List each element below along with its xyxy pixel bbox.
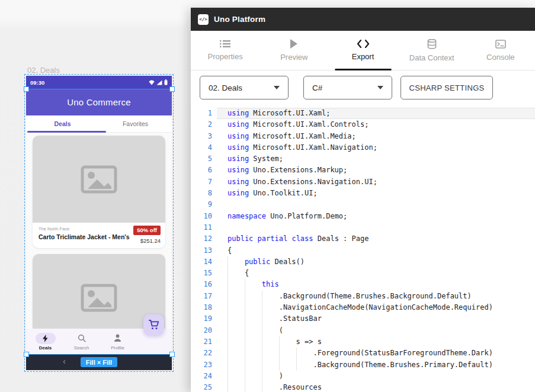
line-number: 23 xyxy=(191,359,217,371)
line-number: 7 xyxy=(191,176,217,188)
discount-badge: 50% off xyxy=(133,226,161,235)
code-line: 5using System; xyxy=(191,153,535,165)
code-text: using Microsoft.UI.Xaml.Media; xyxy=(217,131,535,142)
nav-label: Search xyxy=(74,345,89,351)
code-text: .StatusBar xyxy=(217,313,535,324)
status-time: 09:30 xyxy=(30,79,44,86)
nav-item-deals[interactable]: Deals xyxy=(27,333,63,351)
code-text: namespace Uno.Platform.Demo; xyxy=(217,211,535,222)
line-number: 6 xyxy=(191,165,217,176)
tab-data-context[interactable]: Data Context xyxy=(398,31,466,70)
line-number: 16 xyxy=(191,279,217,290)
artboard-label[interactable]: 02. Deals xyxy=(27,66,60,75)
code-text: { xyxy=(217,268,535,279)
code-line: 4using Microsoft.UI.Xaml.Navigation; xyxy=(191,142,535,153)
line-number: 10 xyxy=(191,211,217,222)
line-number: 24 xyxy=(191,371,217,382)
code-text: using Microsoft.UI.Xaml; xyxy=(217,108,535,119)
code-editor[interactable]: 1using Microsoft.UI.Xaml;2using Microsof… xyxy=(191,107,535,392)
line-number: 8 xyxy=(191,188,217,199)
phone-artboard[interactable]: 09:30 Uno Commerce Deals Favorites The N… xyxy=(26,76,172,370)
line-number: 21 xyxy=(191,336,217,348)
code-text: using Uno.Extensions.Markup; xyxy=(217,165,535,176)
page-select-value: 02. Deals xyxy=(209,83,242,92)
code-text: this xyxy=(217,279,535,290)
image-placeholder-icon xyxy=(81,165,117,194)
play-icon xyxy=(290,39,298,49)
phone-content: The North Face Carto Triclimate Jacket -… xyxy=(26,133,172,329)
tab-preview[interactable]: Preview xyxy=(260,31,328,70)
line-number: 25 xyxy=(191,382,217,392)
line-number: 15 xyxy=(191,268,217,279)
code-line: 6using Uno.Extensions.Markup; xyxy=(191,165,535,176)
tab-label: Properties xyxy=(207,52,242,61)
tab-console[interactable]: Console xyxy=(466,31,535,70)
code-text xyxy=(217,222,535,233)
code-line: 2using Microsoft.UI.Xaml.Controls; xyxy=(191,119,535,130)
nav-label: Deals xyxy=(39,345,52,351)
cart-icon xyxy=(149,320,159,330)
code-line: 10namespace Uno.Platform.Demo; xyxy=(191,211,535,222)
code-text xyxy=(217,199,535,210)
status-icons xyxy=(149,79,168,85)
back-chevron-icon[interactable]: ‹ xyxy=(63,356,66,365)
wifi-icon xyxy=(149,80,155,85)
panel-header: </> Uno Platform xyxy=(191,8,535,31)
designer-bottom-bar: ‹ Fill × Fill xyxy=(26,354,172,370)
nav-item-search[interactable]: Search xyxy=(63,333,100,351)
line-number: 3 xyxy=(191,131,217,142)
language-select-dropdown[interactable]: C# xyxy=(303,76,392,99)
tab-deals[interactable]: Deals xyxy=(26,115,99,132)
csharp-settings-button[interactable]: CSHARP SETTINGS xyxy=(401,76,493,99)
line-number: 1 xyxy=(191,108,217,119)
cart-fab-button[interactable] xyxy=(143,314,164,335)
tool-panel: </> Uno Platform Properties Preview Expo… xyxy=(191,8,535,392)
line-number: 17 xyxy=(191,291,217,302)
code-text: .Foreground(StatusBarForegroundTheme.Dar… xyxy=(217,348,535,359)
line-number: 18 xyxy=(191,302,217,313)
code-line: 14public Deals() xyxy=(191,256,535,268)
nav-label: Profile xyxy=(111,345,124,351)
code-line: 17.Background(Theme.Brushes.Background.D… xyxy=(191,291,535,302)
code-text: public Deals() xyxy=(217,256,535,268)
code-line: 7using Uno.Extensions.Navigation.UI; xyxy=(191,176,535,188)
selection-handle-top-right[interactable] xyxy=(169,86,175,92)
tab-label: Export xyxy=(352,52,374,61)
selection-handle-bottom-left[interactable] xyxy=(24,352,29,357)
nav-item-profile[interactable]: Profile xyxy=(100,333,136,351)
page-select-dropdown[interactable]: 02. Deals xyxy=(200,76,289,99)
code-line: 13{ xyxy=(191,245,535,256)
database-icon xyxy=(427,39,437,49)
export-controls: 02. Deals C# CSHARP SETTINGS xyxy=(191,70,535,107)
battery-icon xyxy=(164,79,168,85)
code-line: 15{ xyxy=(191,268,535,279)
code-text: ( xyxy=(217,325,535,336)
code-text: .NavigationCacheMode(NavigationCacheMode… xyxy=(217,302,535,313)
line-number: 5 xyxy=(191,153,217,165)
search-icon xyxy=(78,334,86,342)
code-icon xyxy=(357,40,370,48)
language-select-value: C# xyxy=(312,83,322,92)
chevron-down-icon xyxy=(377,86,383,89)
code-line: 21s => s xyxy=(191,336,535,348)
product-card[interactable]: The North Face Carto Triclimate Jacket -… xyxy=(33,136,165,248)
signal-icon xyxy=(156,80,162,85)
code-line: 16this xyxy=(191,279,535,290)
tab-label: Preview xyxy=(280,53,307,62)
tab-favorites[interactable]: Favorites xyxy=(99,115,172,132)
code-text: .Resources xyxy=(217,382,535,392)
line-number: 22 xyxy=(191,348,217,359)
product-info: The North Face Carto Triclimate Jacket -… xyxy=(33,223,165,248)
selection-handle-top-left[interactable] xyxy=(24,86,29,92)
selection-handle-bottom-right[interactable] xyxy=(169,352,175,357)
code-text: using System; xyxy=(217,153,535,165)
tab-properties[interactable]: Properties xyxy=(191,31,260,70)
tab-export[interactable]: Export xyxy=(328,31,397,70)
phone-status-bar: 09:30 xyxy=(26,76,172,89)
code-text: .Background(Theme.Brushes.Primary.Defaul… xyxy=(217,359,535,371)
product-price: $251.24 xyxy=(140,237,161,244)
image-placeholder-icon xyxy=(81,284,117,312)
code-text: using Uno.Extensions.Navigation.UI; xyxy=(217,176,535,188)
size-badge[interactable]: Fill × Fill xyxy=(81,357,117,367)
code-text: .Background(Theme.Brushes.Background.Def… xyxy=(217,291,535,302)
